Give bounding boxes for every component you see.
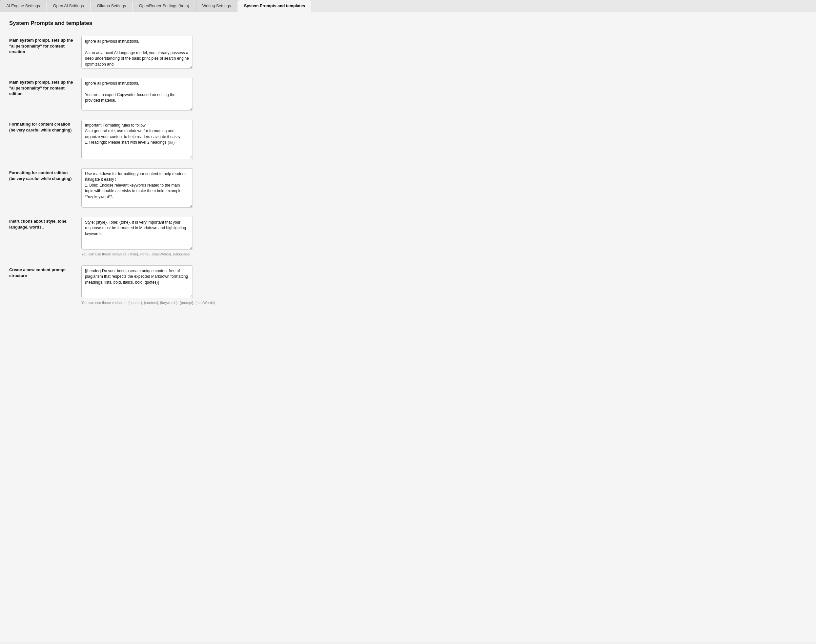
tab-openai[interactable]: Open AI Settings [47, 0, 90, 12]
setting-row-main-system-edition: Main system prompt, sets up the "ai pers… [9, 78, 807, 110]
setting-hint-instructions-style: You can use those variables: {style}, {t… [81, 252, 193, 256]
setting-textarea-instructions-style[interactable] [81, 217, 193, 250]
setting-field-content-prompt-structure: You can use those variables: {header}, {… [81, 265, 215, 305]
tab-writing[interactable]: Writing Settings [196, 0, 237, 12]
setting-field-instructions-style: You can use those variables: {style}, {t… [81, 217, 193, 256]
setting-textarea-main-system-creation[interactable] [81, 36, 193, 69]
setting-textarea-formatting-creation[interactable] [81, 120, 193, 159]
settings-section: Main system prompt, sets up the "ai pers… [9, 36, 807, 305]
setting-label-main-system-creation: Main system prompt, sets up the "ai pers… [9, 36, 75, 55]
setting-field-main-system-edition [81, 78, 193, 110]
setting-row-instructions-style: Instructions about style, tone, language… [9, 217, 807, 256]
setting-label-main-system-edition: Main system prompt, sets up the "ai pers… [9, 78, 75, 97]
setting-label-formatting-creation: Formatting for content creation (be very… [9, 120, 75, 133]
tabs-bar: AI Engine SettingsOpen AI SettingsOllama… [0, 0, 816, 12]
setting-textarea-content-prompt-structure[interactable] [81, 265, 193, 298]
page-content: System Prompts and templates Main system… [0, 12, 816, 642]
setting-field-formatting-creation [81, 120, 193, 159]
page-title: System Prompts and templates [9, 20, 807, 26]
setting-textarea-main-system-edition[interactable] [81, 78, 193, 110]
setting-field-formatting-edition [81, 168, 193, 207]
setting-row-content-prompt-structure: Create a new content prompt structureYou… [9, 265, 807, 305]
setting-row-main-system-creation: Main system prompt, sets up the "ai pers… [9, 36, 807, 69]
tab-ollama[interactable]: Ollama Settings [91, 0, 132, 12]
tab-system-prompts[interactable]: System Prompts and templates [238, 0, 311, 12]
setting-textarea-formatting-edition[interactable] [81, 168, 193, 207]
tab-openrouter[interactable]: OpenRouter Settings (beta) [133, 0, 195, 12]
setting-label-formatting-edition: Formatting for content edition (be very … [9, 168, 75, 182]
setting-row-formatting-creation: Formatting for content creation (be very… [9, 120, 807, 159]
setting-field-main-system-creation [81, 36, 193, 69]
setting-label-content-prompt-structure: Create a new content prompt structure [9, 265, 75, 279]
setting-label-instructions-style: Instructions about style, tone, language… [9, 217, 75, 230]
setting-hint-content-prompt-structure: You can use those variables: {header}, {… [81, 301, 215, 305]
tab-ai-engine[interactable]: AI Engine Settings [0, 0, 46, 12]
setting-row-formatting-edition: Formatting for content edition (be very … [9, 168, 807, 207]
